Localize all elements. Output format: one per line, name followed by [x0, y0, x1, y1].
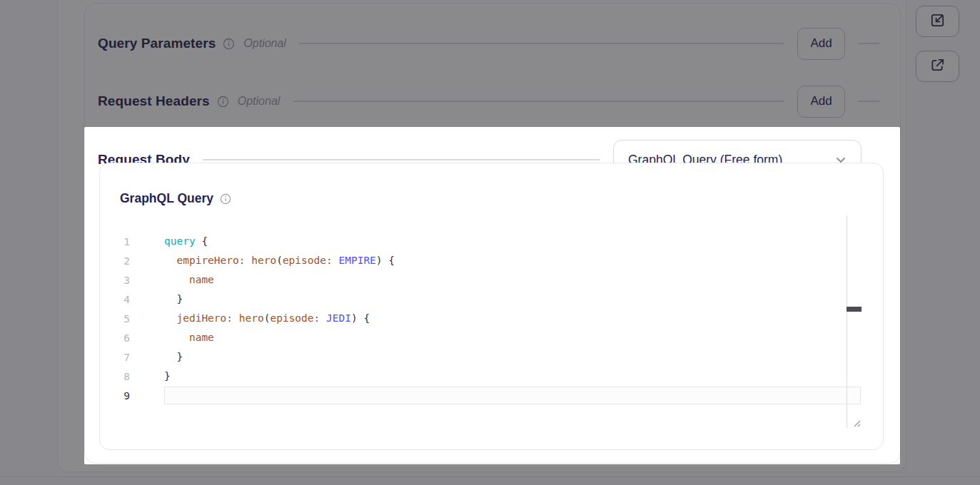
info-icon[interactable] [220, 193, 231, 205]
editor-scrollbar-track [847, 215, 862, 428]
add-request-header-button[interactable]: Add [797, 86, 845, 118]
code-line-content: name [164, 328, 861, 347]
section-divider [299, 43, 784, 44]
code-line[interactable]: 3 name [107, 270, 861, 290]
code-line-content [164, 387, 861, 404]
section-divider [293, 101, 784, 102]
open-external-icon [929, 57, 946, 76]
info-icon[interactable] [223, 38, 235, 50]
line-number: 6 [107, 332, 130, 344]
code-line-content: name [164, 270, 861, 290]
code-line-content: } [164, 347, 861, 367]
optional-label: Optional [243, 37, 286, 50]
section-divider [858, 43, 879, 44]
section-divider [203, 159, 600, 160]
code-line[interactable]: 2 empireHero: hero(episode: EMPIRE) { [107, 251, 861, 270]
query-parameters-row: Query Parameters Optional Add [98, 27, 885, 60]
open-external-button[interactable] [916, 51, 959, 82]
line-number: 7 [107, 352, 130, 363]
code-line-content: empireHero: hero(episode: EMPIRE) { [164, 251, 861, 270]
code-line-content: } [164, 290, 861, 309]
code-line[interactable]: 6 name [107, 328, 861, 347]
code-line[interactable]: 7 } [107, 347, 861, 367]
code-line[interactable]: 1query { [107, 232, 861, 251]
code-line[interactable]: 8} [107, 367, 861, 386]
line-number: 4 [107, 294, 130, 305]
request-headers-title: Request Headers [98, 93, 210, 109]
line-number: 9 [107, 390, 130, 402]
line-number: 3 [107, 275, 130, 286]
code-line[interactable]: 4 } [107, 290, 861, 309]
code-line-content: } [164, 367, 861, 386]
resize-grip-icon[interactable] [851, 417, 862, 431]
page-divider [0, 476, 980, 477]
query-parameters-title: Query Parameters [98, 36, 216, 51]
graphql-editor-header: GraphQL Query [120, 191, 231, 206]
code-line[interactable]: 9 [107, 386, 861, 405]
page: Query Parameters Optional Add Request He… [0, 0, 980, 485]
line-number: 1 [107, 236, 130, 247]
graphql-query-label: GraphQL Query [120, 191, 213, 206]
section-divider [858, 101, 879, 102]
collapse-panel-button[interactable] [916, 6, 959, 37]
info-icon[interactable] [217, 96, 229, 108]
code-line-content: jediHero: hero(episode: JEDI) { [164, 309, 861, 328]
code-line[interactable]: 5 jediHero: hero(episode: JEDI) { [107, 309, 861, 328]
graphql-code-editor[interactable]: 1query {2 empireHero: hero(episode: EMPI… [107, 232, 861, 405]
code-line-content: query { [164, 232, 861, 251]
line-number: 5 [107, 313, 130, 325]
request-headers-row: Request Headers Optional Add [98, 85, 885, 118]
line-number: 8 [107, 371, 130, 382]
add-query-parameter-button[interactable]: Add [797, 28, 845, 60]
collapse-panel-icon [929, 12, 946, 31]
optional-label: Optional [238, 95, 281, 108]
editor-scrollbar-thumb[interactable] [847, 307, 862, 312]
line-number: 2 [107, 255, 130, 267]
